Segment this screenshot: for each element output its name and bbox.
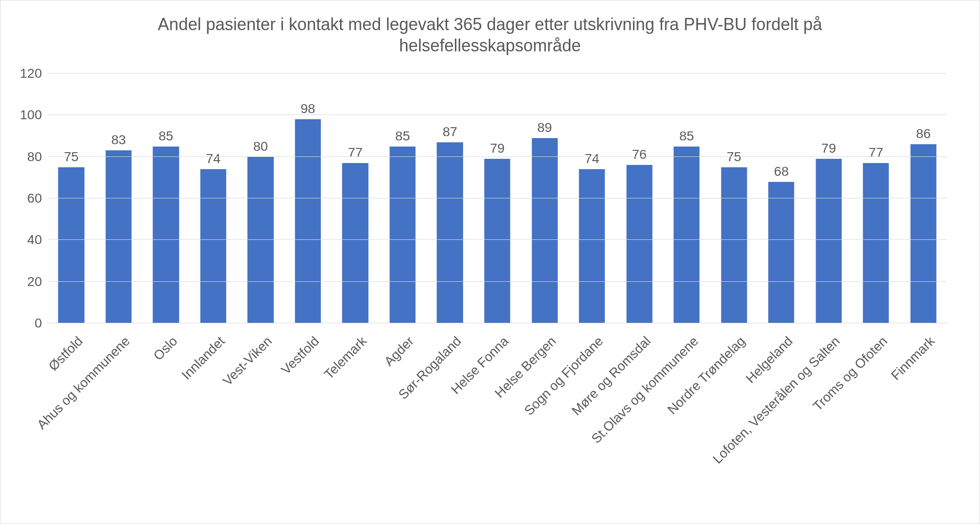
bar-value-label: 77 (348, 145, 363, 160)
y-tick-label: 0 (34, 316, 48, 331)
chart-title: Andel pasienter i kontakt med legevakt 3… (0, 14, 980, 56)
bar: 89 (532, 138, 558, 323)
bar: 77 (863, 163, 889, 323)
bar-slot: 79 (805, 74, 852, 323)
bar-slot: 83 (95, 74, 143, 323)
bar-slot: 98 (284, 74, 332, 323)
bar: 74 (579, 169, 605, 323)
bar-value-label: 79 (490, 141, 504, 156)
bar: 87 (437, 142, 463, 323)
bar-value-label: 76 (632, 147, 647, 162)
bar: 75 (58, 167, 84, 323)
x-tick-label: Østfold (46, 334, 86, 374)
bar-value-label: 83 (111, 132, 126, 147)
bar-slot: 75 (48, 74, 95, 323)
y-tick-label: 20 (27, 274, 48, 289)
bar-slot: 68 (758, 74, 805, 323)
y-tick-label: 80 (27, 149, 48, 164)
bar-value-label: 77 (869, 145, 883, 160)
x-tick-label: Vest-Viken (220, 334, 275, 389)
bar: 85 (153, 147, 179, 323)
bar: 86 (910, 144, 936, 323)
bar-value-label: 74 (584, 151, 599, 166)
y-tick-label: 60 (27, 191, 48, 206)
bar: 76 (626, 165, 652, 323)
bar-value-label: 86 (916, 126, 931, 141)
bar: 85 (673, 147, 699, 323)
gridline (48, 198, 947, 198)
bar-value-label: 89 (537, 120, 552, 135)
bar: 83 (105, 150, 131, 323)
x-tick-label: Finnmark (888, 334, 938, 383)
bar-slot: 79 (474, 74, 521, 323)
bar-slot: 89 (521, 74, 568, 323)
bar-value-label: 80 (253, 139, 268, 154)
bar-value-label: 85 (395, 129, 410, 144)
bar-slot: 74 (568, 74, 616, 323)
y-tick-label: 40 (27, 232, 48, 247)
bar-value-label: 85 (159, 129, 173, 144)
x-axis-labels: ØstfoldAhus og kommuneneOsloInnlandetVes… (48, 328, 947, 516)
bars-container: 75838574809877858779897476857568797786 (48, 74, 947, 323)
bar-slot: 75 (710, 74, 758, 323)
x-tick-label: Vestfold (278, 334, 322, 377)
bar: 75 (721, 167, 747, 323)
bar-slot: 80 (237, 74, 284, 323)
bar-slot: 77 (852, 74, 900, 323)
gridline (48, 73, 947, 74)
bar-slot: 87 (426, 74, 474, 323)
y-tick-label: 120 (20, 66, 48, 81)
x-tick-label: Telemark (321, 334, 370, 382)
bar-value-label: 74 (206, 151, 220, 166)
bar-slot: 77 (332, 74, 379, 323)
bar-value-label: 85 (680, 129, 694, 144)
bar: 68 (769, 182, 794, 323)
bar-value-label: 87 (443, 124, 457, 139)
bar-value-label: 79 (821, 141, 836, 156)
x-tick-label: Oslo (151, 334, 180, 363)
y-tick-label: 100 (20, 107, 48, 123)
x-tick-label: Agder (381, 334, 417, 369)
bar-value-label: 75 (64, 149, 79, 164)
bar: 85 (389, 147, 415, 323)
bar-slot: 85 (379, 74, 427, 323)
bar-slot: 85 (142, 74, 190, 323)
plot-area: 75838574809877858779897476857568797786 0… (48, 74, 947, 323)
bar-slot: 86 (899, 74, 947, 323)
gridline (48, 323, 947, 323)
bar-slot: 76 (616, 74, 663, 323)
bar: 74 (200, 169, 226, 323)
gridline (48, 115, 947, 115)
chart-frame: Andel pasienter i kontakt med legevakt 3… (0, 0, 980, 524)
x-tick-label: Sogn og Fjordane (522, 334, 607, 418)
x-tick-label: Møre og Romsdal (569, 334, 654, 418)
bar: 77 (342, 163, 368, 323)
x-tick-label: Innlandet (178, 334, 227, 383)
bar: 79 (484, 159, 510, 323)
gridline (48, 239, 947, 240)
gridline (48, 156, 947, 157)
bar-slot: 74 (190, 74, 237, 323)
x-tick-label: Ahus og kommunene (34, 334, 133, 433)
bar-value-label: 75 (727, 149, 741, 164)
bar-slot: 85 (663, 74, 711, 323)
bar: 98 (295, 119, 321, 323)
gridline (48, 281, 947, 282)
bar-value-label: 68 (774, 164, 789, 179)
bar: 79 (816, 159, 842, 323)
